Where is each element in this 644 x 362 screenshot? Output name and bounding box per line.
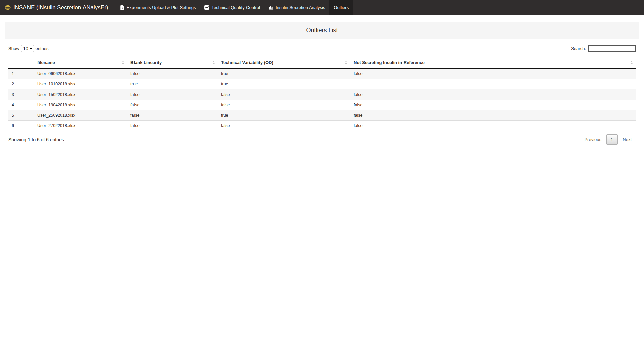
not-secreting-cell: false — [350, 69, 636, 79]
blank-linearity-cell: false — [127, 89, 218, 100]
chart-line-icon — [204, 5, 209, 10]
column-header-row-index — [8, 57, 34, 69]
sort-icon — [345, 61, 347, 64]
technical-variability-cell: false — [218, 100, 350, 110]
technical-variability-cell: true — [218, 69, 350, 79]
column-label: Not Secreting Insulin in Reference — [354, 60, 425, 65]
filename-cell: User_27022018.xlsx — [34, 121, 127, 131]
search-control: Search: — [571, 45, 636, 52]
technical-variability-cell: false — [218, 89, 350, 100]
outliers-panel: Outliers List Show 10 entries Search: fi… — [5, 22, 639, 148]
blank-linearity-cell: true — [127, 79, 218, 89]
tab-technical-quality-control[interactable]: Technical Quality-Control — [200, 0, 264, 15]
tab-label: Outliers — [334, 5, 349, 10]
row-index-cell: 5 — [8, 110, 34, 121]
table-row[interactable]: 1User_06062018.xlsxfalsetruefalse — [8, 69, 636, 79]
table-row[interactable]: 2User_10102018.xlsxtruetrue — [8, 79, 636, 89]
column-header-blank-linearity[interactable]: Blank Linearity — [127, 57, 218, 69]
tab-insulin-secretion-analysis[interactable]: Insulin Secretion Analysis — [264, 0, 329, 15]
row-index-cell: 4 — [8, 100, 34, 110]
blank-linearity-cell: false — [127, 69, 218, 79]
next-page-button[interactable]: Next — [619, 135, 636, 144]
table-row[interactable]: 4User_19042018.xlsxfalsefalsefalse — [8, 100, 636, 110]
blank-linearity-cell: false — [127, 110, 218, 121]
filename-cell: User_25092018.xlsx — [34, 110, 127, 121]
navbar: INSANE (INsulin Secretion ANalysEr) Expe… — [0, 0, 644, 15]
tab-label: Experiments Upload & Plot Settings — [126, 5, 196, 10]
entries-label: entries — [36, 46, 49, 51]
row-index-cell: 2 — [8, 79, 34, 89]
not-secreting-cell: false — [350, 110, 636, 121]
table-row[interactable]: 3User_15022018.xlsxfalsefalsefalse — [8, 89, 636, 100]
technical-variability-cell: false — [218, 121, 350, 131]
tab-outliers[interactable]: Outliers — [329, 0, 353, 15]
datatable-controls: Show 10 entries Search: — [8, 45, 636, 52]
column-header-technical-variability-od[interactable]: Technical Variability (OD) — [218, 57, 350, 69]
not-secreting-cell: false — [350, 100, 636, 110]
tab-label: Insulin Secretion Analysis — [276, 5, 325, 10]
blank-linearity-cell: false — [127, 100, 218, 110]
column-header-not-secreting-insulin-in-reference[interactable]: Not Secreting Insulin in Reference — [350, 57, 636, 69]
page-1-button[interactable]: 1 — [606, 134, 618, 145]
row-index-cell: 3 — [8, 89, 34, 100]
sort-icon — [122, 61, 124, 64]
app-brand[interactable]: INSANE (INsulin Secretion ANalysEr) — [5, 0, 108, 15]
table-header-row: filenameBlank LinearityTechnical Variabi… — [8, 57, 636, 69]
filename-cell: User_06062018.xlsx — [34, 69, 127, 79]
column-label: Technical Variability (OD) — [221, 60, 273, 65]
navbar-tabs: Experiments Upload & Plot SettingsTechni… — [116, 0, 353, 15]
page-length-control: Show 10 entries — [8, 45, 49, 52]
panel-body: Show 10 entries Search: filenameBlank Li… — [5, 39, 639, 148]
app-title: INSANE (INsulin Secretion ANalysEr) — [13, 4, 108, 11]
chart-bar-icon — [269, 5, 273, 10]
main-content: Outliers List Show 10 entries Search: fi… — [0, 22, 644, 148]
row-index-cell: 1 — [8, 69, 34, 79]
technical-variability-cell: true — [218, 79, 350, 89]
search-input[interactable] — [588, 45, 636, 52]
tab-experiments-upload-plot-settings[interactable]: Experiments Upload & Plot Settings — [116, 0, 200, 15]
not-secreting-cell: false — [350, 121, 636, 131]
not-secreting-cell — [350, 79, 636, 89]
previous-page-button[interactable]: Previous — [580, 135, 605, 144]
blank-linearity-cell: false — [127, 121, 218, 131]
tab-label: Technical Quality-Control — [211, 5, 260, 10]
not-secreting-cell: false — [350, 89, 636, 100]
brand-icon — [5, 5, 11, 10]
column-header-filename[interactable]: filename — [34, 57, 127, 69]
show-label: Show — [8, 46, 19, 51]
table-row[interactable]: 5User_25092018.xlsxfalsetruefalse — [8, 110, 636, 121]
column-label: Blank Linearity — [130, 60, 162, 65]
search-label: Search: — [571, 46, 586, 51]
technical-variability-cell: true — [218, 110, 350, 121]
filename-cell: User_10102018.xlsx — [34, 79, 127, 89]
table-row[interactable]: 6User_27022018.xlsxfalsefalsefalse — [8, 121, 636, 131]
filename-cell: User_19042018.xlsx — [34, 100, 127, 110]
column-label: filename — [37, 60, 55, 65]
file-upload-icon — [120, 5, 124, 10]
row-index-cell: 6 — [8, 121, 34, 131]
sort-icon — [630, 61, 633, 64]
page-length-select[interactable]: 10 — [21, 45, 34, 52]
page-title: Outliers List — [306, 27, 338, 34]
pagination: Previous 1 Next — [579, 134, 636, 145]
filename-cell: User_15022018.xlsx — [34, 89, 127, 100]
datatable-footer: Showing 1 to 6 of 6 entries Previous 1 N… — [8, 134, 636, 145]
sort-icon — [212, 61, 215, 64]
outliers-table: filenameBlank LinearityTechnical Variabi… — [8, 57, 636, 131]
table-info: Showing 1 to 6 of 6 entries — [8, 137, 64, 142]
panel-heading: Outliers List — [5, 22, 639, 39]
